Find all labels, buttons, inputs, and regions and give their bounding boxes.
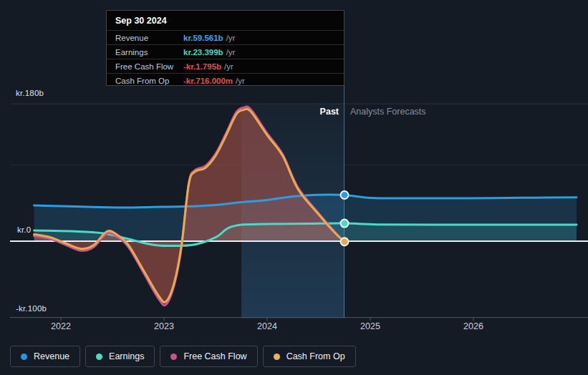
marker-cash-from-op — [341, 238, 349, 245]
tooltip-value-suffix: /yr — [236, 77, 245, 85]
x-tick-2022: 2022 — [51, 321, 71, 331]
marker-revenue — [341, 191, 349, 199]
x-tick-2024: 2024 — [257, 321, 277, 331]
earnings-revenue-history-chart: kr.180b kr.0 -kr.100b 2022 2023 2024 202… — [0, 0, 588, 375]
tooltip-value-suffix: /yr — [226, 34, 236, 42]
legend-label: Free Cash Flow — [183, 351, 246, 361]
tooltip-row-cash-from-op: Cash From Op -kr.716.000m /yr — [107, 73, 344, 87]
x-tick-2025: 2025 — [360, 321, 380, 331]
earnings-dot-icon — [96, 354, 102, 360]
tooltip-label: Cash From Op — [115, 77, 183, 85]
forecast-region-label: Analysts Forecasts — [350, 107, 426, 117]
chart-tooltip: Sep 30 2024 Revenue kr.59.561b /yr Earni… — [106, 10, 344, 86]
tooltip-label: Earnings — [115, 48, 183, 57]
tooltip-value-suffix: /yr — [224, 62, 233, 71]
legend-label: Earnings — [109, 351, 144, 361]
tooltip-date: Sep 30 2024 — [107, 11, 344, 30]
past-region-label: Past — [281, 107, 339, 117]
x-tick-2023: 2023 — [154, 321, 174, 331]
tooltip-row-free-cash-flow: Free Cash Flow -kr.1.795b /yr — [107, 59, 344, 73]
tooltip-label: Free Cash Flow — [115, 62, 183, 71]
legend-item-earnings[interactable]: Earnings — [85, 346, 155, 367]
tooltip-row-revenue: Revenue kr.59.561b /yr — [107, 30, 344, 44]
y-axis-label-0: kr.0 — [17, 225, 31, 234]
tooltip-value: kr.23.399b — [183, 48, 223, 57]
tooltip-row-earnings: Earnings kr.23.399b /yr — [107, 44, 344, 59]
tooltip-value-suffix: /yr — [226, 48, 236, 57]
legend-label: Cash From Op — [286, 351, 345, 361]
chart-legend: Revenue Earnings Free Cash Flow Cash Fro… — [10, 346, 356, 367]
tooltip-value: -kr.1.795b — [183, 62, 221, 71]
marker-earnings — [341, 220, 349, 228]
tooltip-value: -kr.716.000m — [183, 77, 233, 85]
free-cash-flow-dot-icon — [170, 354, 177, 360]
tooltip-label: Revenue — [115, 34, 183, 42]
legend-item-revenue[interactable]: Revenue — [10, 346, 80, 367]
cash-from-op-dot-icon — [274, 354, 280, 360]
legend-label: Revenue — [34, 351, 69, 361]
revenue-dot-icon — [21, 354, 27, 360]
legend-item-cash-from-op[interactable]: Cash From Op — [263, 346, 356, 367]
y-axis-label-180b: kr.180b — [16, 89, 44, 97]
legend-item-free-cash-flow[interactable]: Free Cash Flow — [160, 346, 257, 367]
x-tick-2026: 2026 — [463, 321, 483, 331]
y-axis-label-neg100b: -kr.100b — [16, 304, 47, 313]
tooltip-value: kr.59.561b — [183, 34, 223, 42]
